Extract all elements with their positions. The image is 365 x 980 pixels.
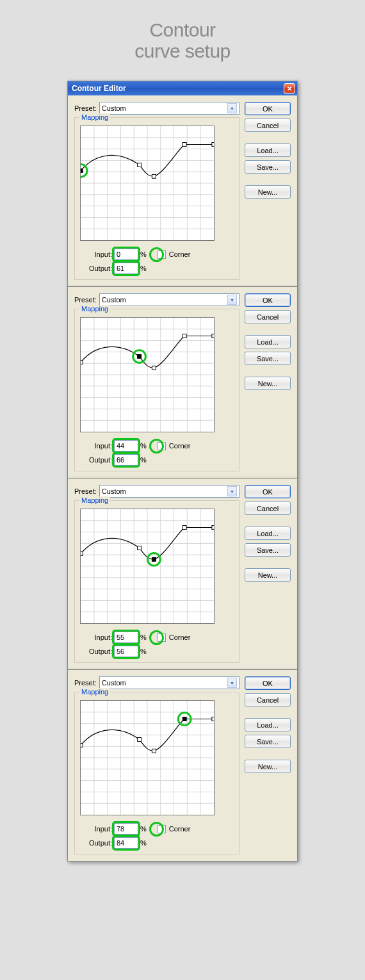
mapping-group: Mapping Input: %	[74, 692, 239, 854]
mapping-label: Mapping	[79, 113, 110, 121]
ok-button[interactable]: OK	[245, 676, 291, 690]
cancel-button[interactable]: Cancel	[245, 502, 291, 515]
corner-checkbox[interactable]	[158, 825, 166, 833]
corner-checkbox[interactable]	[158, 250, 166, 259]
preset-label: Preset:	[74, 679, 97, 687]
svg-rect-90	[81, 743, 83, 747]
curve-editor[interactable]	[80, 509, 215, 624]
preset-select[interactable]: Custom ▼	[99, 293, 239, 306]
svg-rect-70	[212, 526, 214, 530]
percent-label: %	[140, 648, 147, 655]
save-button[interactable]: Save...	[245, 735, 291, 748]
preset-select[interactable]: Custom ▼	[99, 485, 239, 498]
save-button[interactable]: Save...	[245, 160, 291, 174]
corner-label: Corner	[169, 825, 191, 833]
load-button[interactable]: Load...	[245, 527, 291, 540]
preset-value: Custom	[102, 296, 126, 304]
percent-label: %	[140, 265, 147, 272]
window-title: Contour Editor	[72, 84, 126, 93]
corner-checkbox[interactable]	[158, 633, 166, 642]
output-field[interactable]	[114, 263, 138, 274]
window-titlebar: Contour Editor ✕	[68, 81, 297, 95]
contour-editor-dialog: Preset: Custom ▼ Mapping Input:	[67, 478, 298, 670]
dialog-body: Preset: Custom ▼ Mapping Input:	[68, 287, 297, 478]
output-label: Output:	[80, 265, 112, 272]
dialog-body: Preset: Custom ▼ Mapping Input:	[68, 478, 297, 669]
svg-rect-19	[138, 163, 142, 167]
cancel-button[interactable]: Cancel	[245, 310, 291, 323]
chevron-down-icon: ▼	[227, 295, 237, 305]
mapping-label: Mapping	[79, 496, 110, 504]
curve-editor[interactable]	[80, 126, 215, 241]
svg-rect-92	[152, 749, 156, 753]
load-button[interactable]: Load...	[245, 335, 291, 348]
mapping-group: Mapping Input: %	[74, 309, 239, 471]
contour-editor-dialog: Contour Editor ✕ Preset: Custom ▼ Mappin…	[67, 81, 298, 287]
preset-select[interactable]: Custom ▼	[99, 676, 239, 689]
preset-value: Custom	[102, 104, 126, 112]
contour-editor-dialog: Preset: Custom ▼ Mapping Input:	[67, 670, 298, 862]
close-icon[interactable]: ✕	[284, 83, 295, 94]
percent-label: %	[140, 442, 147, 450]
new-button[interactable]: New...	[245, 377, 291, 390]
svg-rect-67	[138, 546, 142, 550]
output-field[interactable]	[114, 454, 138, 466]
curve-editor[interactable]	[80, 700, 215, 815]
new-button[interactable]: New...	[245, 760, 291, 773]
new-button[interactable]: New...	[245, 185, 291, 199]
input-label: Input:	[80, 825, 112, 833]
input-field[interactable]	[114, 249, 138, 260]
output-label: Output:	[80, 648, 112, 655]
new-button[interactable]: New...	[245, 568, 291, 582]
input-label: Input:	[80, 250, 112, 258]
preset-select[interactable]: Custom ▼	[99, 102, 239, 115]
svg-rect-94	[212, 717, 214, 721]
ok-button[interactable]: OK	[245, 485, 291, 498]
output-label: Output:	[80, 839, 112, 847]
svg-rect-93	[182, 717, 186, 721]
output-field[interactable]	[114, 646, 138, 657]
output-field[interactable]	[114, 837, 138, 849]
chevron-down-icon: ▼	[227, 103, 237, 113]
chevron-down-icon: ▼	[227, 678, 237, 688]
input-field[interactable]	[114, 440, 138, 452]
save-button[interactable]: Save...	[245, 543, 291, 557]
svg-rect-18	[81, 168, 83, 172]
percent-label: %	[140, 250, 147, 258]
input-label: Input:	[80, 442, 112, 450]
svg-rect-46	[212, 334, 214, 338]
input-field[interactable]	[114, 632, 138, 643]
page-title: Contour curve setup	[134, 19, 231, 61]
output-label: Output:	[80, 456, 112, 464]
curve-editor[interactable]	[80, 317, 215, 432]
mapping-label: Mapping	[79, 688, 110, 696]
preset-label: Preset:	[74, 104, 97, 112]
preset-label: Preset:	[74, 296, 97, 304]
load-button[interactable]: Load...	[245, 718, 291, 731]
corner-label: Corner	[169, 633, 191, 641]
corner-label: Corner	[169, 250, 191, 258]
corner-label: Corner	[169, 442, 191, 450]
ok-button[interactable]: OK	[245, 102, 291, 115]
ok-button[interactable]: OK	[245, 293, 291, 307]
svg-rect-91	[138, 738, 142, 742]
mapping-group: Mapping Input: %	[74, 117, 239, 280]
mapping-label: Mapping	[79, 305, 110, 313]
input-field[interactable]	[114, 823, 138, 835]
percent-label: %	[140, 825, 147, 833]
svg-rect-22	[212, 143, 214, 147]
percent-label: %	[140, 633, 147, 641]
cancel-button[interactable]: Cancel	[245, 693, 291, 706]
svg-rect-66	[81, 551, 83, 555]
dialog-body: Preset: Custom ▼ Mapping Input:	[68, 95, 297, 286]
preset-value: Custom	[102, 487, 126, 495]
load-button[interactable]: Load...	[245, 143, 291, 157]
svg-rect-68	[152, 557, 156, 561]
input-label: Input:	[80, 633, 112, 641]
save-button[interactable]: Save...	[245, 352, 291, 365]
corner-checkbox[interactable]	[158, 442, 166, 450]
cancel-button[interactable]: Cancel	[245, 118, 291, 132]
svg-rect-42	[81, 360, 83, 364]
svg-rect-69	[182, 526, 186, 530]
svg-rect-21	[182, 143, 186, 147]
